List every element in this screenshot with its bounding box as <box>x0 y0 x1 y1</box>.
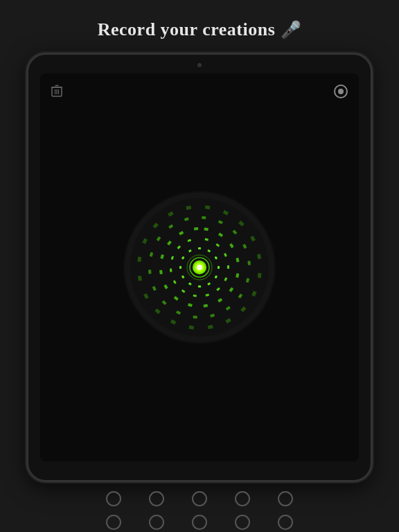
svg-rect-16 <box>218 266 220 269</box>
dot-indicator[interactable] <box>192 491 207 506</box>
svg-rect-54 <box>194 227 198 231</box>
dot-indicator[interactable] <box>235 491 250 506</box>
svg-rect-64 <box>193 315 197 319</box>
dot-indicator[interactable] <box>278 515 293 530</box>
svg-rect-22 <box>179 266 181 269</box>
tablet-screen <box>40 73 359 461</box>
dot-indicator[interactable] <box>192 515 207 530</box>
delete-button[interactable] <box>51 85 62 100</box>
dot-indicator[interactable] <box>106 515 121 530</box>
dot-indicator[interactable] <box>235 515 250 530</box>
tablet-camera <box>197 63 202 67</box>
svg-rect-88 <box>137 257 141 263</box>
svg-rect-68 <box>148 269 152 274</box>
svg-rect-13 <box>198 247 201 249</box>
svg-rect-78 <box>258 273 262 278</box>
title-area: Record your creations 🎤 <box>0 0 399 53</box>
dot-indicator[interactable] <box>149 491 164 506</box>
tablet-frame <box>26 53 373 482</box>
svg-rect-83 <box>189 326 195 330</box>
svg-rect-73 <box>205 205 211 209</box>
svg-rect-59 <box>247 261 251 265</box>
mic-icon: 🎤 <box>281 20 301 39</box>
svg-point-10 <box>197 265 202 270</box>
dot-indicator[interactable] <box>278 491 293 506</box>
record-button[interactable] <box>334 85 348 98</box>
svg-rect-28 <box>227 265 229 269</box>
dot-indicator[interactable] <box>149 515 164 530</box>
svg-rect-50 <box>159 270 163 274</box>
visualizer-svg <box>123 191 276 344</box>
svg-rect-55 <box>202 216 206 220</box>
svg-rect-35 <box>170 268 172 272</box>
svg-rect-19 <box>198 285 201 287</box>
dot-indicator[interactable] <box>106 491 121 506</box>
dots-row-1 <box>106 491 293 506</box>
visualizer <box>123 191 276 344</box>
page-title: Record your creations <box>98 19 276 40</box>
dots-row-2 <box>106 515 293 530</box>
